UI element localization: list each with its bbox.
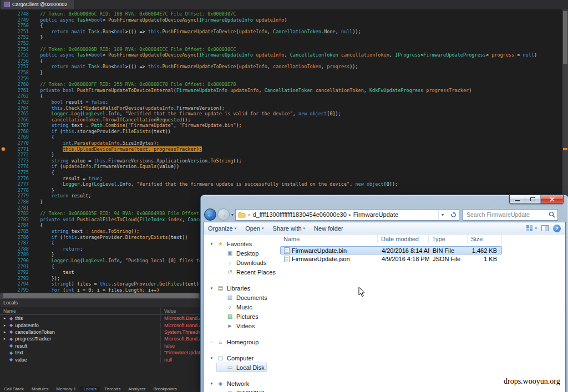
breakpoint-margin[interactable] — [0, 82, 8, 88]
breakpoint-margin[interactable] — [0, 158, 8, 164]
breakpoint-margin[interactable] — [0, 264, 8, 270]
change-view-button[interactable]: ▾ — [526, 225, 537, 232]
breadcrumb-separator-icon[interactable]: ▸ — [349, 212, 351, 217]
tool-tab-locals[interactable]: Locals — [80, 386, 100, 392]
breakpoint-margin[interactable] — [0, 222, 8, 228]
locals-col-name[interactable]: Name — [0, 308, 161, 314]
expander-icon[interactable]: ▹ — [209, 340, 214, 344]
vertical-scrollbar-thumb[interactable] — [563, 11, 567, 64]
breakpoint-margin[interactable] — [0, 269, 8, 276]
breakpoint-margin[interactable] — [0, 23, 8, 29]
breakpoint-margin[interactable] — [0, 93, 8, 99]
address-dropdown-icon[interactable]: ▾ — [438, 210, 447, 220]
expander-icon[interactable]: ▾ — [209, 286, 214, 291]
breakpoint-margin[interactable] — [0, 228, 8, 235]
close-button[interactable] — [541, 195, 563, 203]
expander-icon[interactable]: ▾ — [209, 381, 214, 386]
breakpoint-margin[interactable] — [0, 76, 8, 82]
breakpoint-margin[interactable] — [0, 281, 8, 287]
breakpoint-margin[interactable] — [0, 40, 8, 47]
sidebar-item-desktop[interactable]: ▣Desktop — [216, 248, 261, 258]
sidebar-item-ie10win7[interactable]: ▣IE10WIN7 — [216, 388, 266, 392]
sidebar-item-network[interactable]: ▾◈Network — [207, 379, 251, 388]
breakpoint-margin[interactable] — [0, 164, 8, 170]
breakpoint-margin[interactable] — [0, 123, 8, 129]
breakpoint-margin[interactable] — [0, 146, 8, 152]
recent-pages-icon[interactable]: ▾ — [231, 212, 234, 217]
breakpoint-margin[interactable] — [0, 170, 8, 176]
file-row[interactable]: FirmwareUpdate.bin4/20/2016 8:14 AMBIN F… — [280, 246, 502, 254]
back-button[interactable]: ← — [204, 208, 216, 221]
tool-tab-call-stack[interactable]: Call Stack — [0, 386, 28, 392]
breakpoint-margin[interactable] — [0, 105, 8, 111]
sidebar-item-documents[interactable]: ▥Documents — [216, 293, 270, 302]
breakpoint-margin[interactable] — [0, 211, 8, 217]
breakpoint-margin[interactable] — [0, 11, 8, 17]
breakpoint-margin[interactable] — [0, 205, 8, 211]
breakpoint-margin[interactable] — [0, 29, 8, 35]
sidebar-item-pictures[interactable]: ▧Pictures — [216, 312, 261, 321]
expander-icon[interactable]: ▾ — [209, 242, 214, 246]
column-header-size[interactable]: Size — [468, 235, 502, 243]
file-row[interactable]: FirmwareUpdate.json4/9/2016 4:18 PMJSON … — [280, 254, 502, 263]
sidebar-item-music[interactable]: ♪Music — [216, 302, 255, 312]
breakpoint-margin[interactable] — [0, 47, 8, 53]
locals-col-value[interactable]: Value — [161, 308, 176, 314]
breakpoint-margin[interactable] — [0, 64, 8, 70]
file-list[interactable]: NameDate modifiedTypeSize FirmwareUpdate… — [280, 235, 565, 392]
sidebar-item-recent-places[interactable]: ↺Recent Places — [216, 267, 278, 277]
sidebar-item-videos[interactable]: ►Videos — [216, 321, 257, 330]
breakpoint-margin[interactable] — [0, 193, 8, 199]
breakpoint-margin[interactable] — [0, 88, 8, 94]
sidebar-item-local-disk[interactable]: ▭Local Disk — [216, 363, 267, 372]
tool-tab-memory-1[interactable]: Memory 1 — [52, 386, 80, 392]
maximize-button[interactable] — [525, 195, 541, 203]
breakpoint-margin[interactable] — [0, 58, 8, 64]
breakpoint-margin[interactable] — [0, 240, 8, 246]
breakpoint-margin[interactable] — [0, 111, 8, 117]
breakpoint-margin[interactable] — [0, 217, 8, 223]
tool-tab-breakpoints[interactable]: Breakpoints — [149, 386, 180, 392]
toolbar-button-new-folder[interactable]: New folder — [314, 225, 343, 232]
breadcrumb[interactable]: « d_ffff1300ffffffff1830454e06000e30 ▸ F… — [248, 211, 436, 218]
breakpoint-margin[interactable] — [0, 199, 8, 205]
expander-icon[interactable]: ▾ — [209, 356, 214, 360]
search-box[interactable] — [463, 209, 558, 221]
breakpoint-margin[interactable] — [0, 70, 8, 76]
horizontal-scrollbar-thumb[interactable] — [3, 293, 199, 298]
expand-arrow-icon[interactable]: ▸ — [2, 323, 7, 328]
breadcrumb-current-folder[interactable]: FirmwareUpdate — [353, 211, 398, 218]
minimize-button[interactable] — [510, 195, 525, 203]
expand-arrow-icon[interactable]: ▸ — [2, 316, 7, 320]
breakpoint-margin[interactable] — [0, 252, 8, 258]
column-header-name[interactable]: Name — [280, 235, 378, 243]
sidebar-item-downloads[interactable]: ↓Downloads — [216, 258, 268, 267]
breakpoint-margin[interactable] — [0, 117, 8, 123]
expand-arrow-icon[interactable]: ▸ — [2, 337, 7, 341]
address-bar[interactable]: « d_ffff1300ffffffff1830454e06000e30 ▸ F… — [235, 209, 459, 221]
sidebar-item-favorites[interactable]: ▾★Favorites — [207, 239, 254, 248]
breakpoint-margin[interactable] — [0, 140, 8, 146]
search-input[interactable] — [465, 211, 549, 218]
sidebar-item-homegroup[interactable]: ▹⌂Homegroup — [207, 337, 261, 347]
breakpoint-margin[interactable] — [0, 287, 8, 293]
breakpoint-margin[interactable] — [0, 34, 8, 40]
search-icon[interactable] — [549, 211, 555, 218]
breakpoint-margin[interactable] — [0, 187, 8, 194]
breakpoint-margin[interactable] — [0, 17, 8, 23]
breakpoint-margin[interactable] — [0, 181, 8, 187]
column-header-date-modified[interactable]: Date modified — [378, 235, 429, 243]
explorer-window[interactable]: ← → ▾ « d_ffff1300ffffffff1830454e06000e… — [201, 195, 568, 392]
toolbar-button-open[interactable]: Open▾ — [245, 225, 263, 232]
sidebar-item-computer[interactable]: ▾▢Computer — [207, 353, 256, 363]
breakpoint-margin[interactable] — [0, 176, 8, 182]
tool-tab-analyzer[interactable]: Analyzer — [124, 386, 149, 392]
breakpoint-margin[interactable] — [0, 246, 8, 252]
toolbar-button-organize[interactable]: Organize▾ — [208, 225, 236, 232]
help-button[interactable]: ? — [553, 225, 561, 232]
expand-arrow-icon[interactable]: ▸ — [2, 330, 7, 334]
refresh-button[interactable] — [449, 212, 458, 218]
breakpoint-margin[interactable] — [0, 52, 8, 58]
breakpoint-margin[interactable] — [0, 258, 8, 264]
tool-tab-modules[interactable]: Modules — [28, 386, 52, 392]
